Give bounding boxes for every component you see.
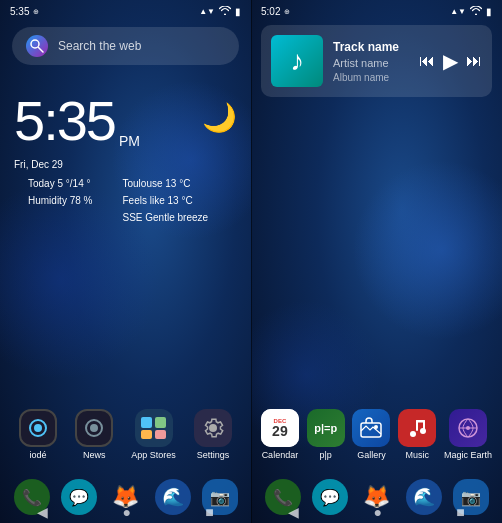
svg-point-5 [90, 424, 98, 432]
weather-wind: SSE Gentle breeze [122, 210, 208, 225]
music-artist-name: Artist name [333, 56, 409, 71]
nav-bar-right: ◀ ● ■ [251, 503, 502, 523]
signal-icon-left: ▲▼ [199, 7, 215, 16]
calendar-label: Calendar [262, 450, 299, 460]
clock-time-left: 5:35 [14, 93, 115, 149]
svg-rect-6 [141, 417, 152, 428]
appstores-icon [135, 409, 173, 447]
screen-divider [251, 0, 252, 523]
music-album-name: Album name [333, 72, 409, 83]
svg-point-11 [374, 425, 378, 429]
music-label: Music [405, 450, 429, 460]
music-info: Track name Artist name Album name [333, 39, 409, 82]
wifi-icon-left [219, 6, 231, 17]
music-play-button[interactable]: ▶ [443, 49, 458, 73]
music-card[interactable]: ♪ Track name Artist name Album name ⏮ ▶ … [261, 25, 492, 97]
svg-rect-9 [155, 430, 166, 439]
status-time-right: 5:02 ⊕ [261, 6, 290, 17]
gallery-icon [352, 409, 390, 447]
news-icon [75, 409, 113, 447]
music-track-name: Track name [333, 39, 409, 56]
music-note-icon: ♪ [290, 45, 304, 77]
appstores-label: App Stores [131, 450, 176, 460]
svg-point-12 [410, 431, 416, 437]
wifi-icon-right [470, 6, 482, 17]
app-iode[interactable]: iodé [19, 409, 57, 460]
weather-humidity: Humidity 78 % [28, 193, 92, 208]
status-bar-left: 5:35 ⊕ ▲▼ ▮ [0, 0, 251, 19]
status-time-left: 5:35 ⊕ [10, 6, 39, 17]
music-prev-button[interactable]: ⏮ [419, 52, 435, 70]
nav-recent-left[interactable]: ■ [205, 504, 213, 520]
clock-section: 5:35 PM 🌙 [0, 73, 251, 157]
date-left: Fri, Dec 29 [14, 157, 237, 172]
battery-icon-right: ▮ [486, 6, 492, 17]
left-screen: 5:35 ⊕ ▲▼ ▮ Search the web 5:35 PM 🌙 Fri… [0, 0, 251, 523]
app-magic-earth[interactable]: Magic Earth [444, 409, 492, 460]
nav-home-left[interactable]: ● [123, 504, 131, 520]
music-next-button[interactable]: ⏭ [466, 52, 482, 70]
music-controls: ⏮ ▶ ⏭ [419, 49, 482, 73]
weather-section: Today 5 °/14 ° Humidity 78 % Toulouse 13… [14, 172, 237, 229]
app-settings[interactable]: Settings [194, 409, 232, 460]
search-placeholder: Search the web [58, 39, 141, 53]
svg-rect-7 [155, 417, 166, 428]
svg-rect-16 [416, 420, 425, 423]
music-thumbnail: ♪ [271, 35, 323, 87]
pip-text: p|=p [314, 422, 337, 434]
time-left: 5:35 [10, 6, 29, 17]
cal-day: 29 [272, 424, 288, 438]
app-dock-left: iodé News App Stores [0, 401, 251, 468]
nav-back-right[interactable]: ◀ [288, 504, 299, 520]
music-app-icon [398, 409, 436, 447]
svg-point-18 [466, 426, 470, 430]
date-weather: Fri, Dec 29 Today 5 °/14 ° Humidity 78 %… [0, 157, 251, 237]
search-bar[interactable]: Search the web [12, 27, 239, 65]
svg-point-0 [31, 40, 39, 48]
app-news[interactable]: News [75, 409, 113, 460]
calendar-icon: DEC 29 [261, 409, 299, 447]
right-screen: 5:02 ⊕ ▲▼ ▮ ♪ Track name Artist name Alb… [251, 0, 502, 523]
nav-recent-right[interactable]: ■ [456, 504, 464, 520]
signal-icon-right: ▲▼ [450, 7, 466, 16]
magic-earth-label: Magic Earth [444, 450, 492, 460]
status-dot-right: ⊕ [284, 8, 290, 16]
svg-line-1 [39, 48, 44, 53]
app-stores[interactable]: App Stores [131, 409, 176, 460]
magic-earth-icon [449, 409, 487, 447]
iode-label: iodé [30, 450, 47, 460]
status-icons-right: ▲▼ ▮ [450, 6, 492, 17]
clock-ampm-left: PM [119, 133, 140, 149]
moon-icon: 🌙 [202, 101, 237, 134]
weather-location: Toulouse 13 °C [122, 176, 208, 191]
search-brand-icon [26, 35, 48, 57]
svg-point-3 [34, 424, 42, 432]
svg-rect-8 [141, 430, 152, 439]
nav-bar-left: ◀ ● ■ [0, 503, 251, 523]
app-pip[interactable]: p|=p p|p [307, 409, 345, 460]
nav-back-left[interactable]: ◀ [37, 504, 48, 520]
nav-home-right[interactable]: ● [374, 504, 382, 520]
app-music[interactable]: Music [398, 409, 436, 460]
iode-icon [19, 409, 57, 447]
status-bar-right: 5:02 ⊕ ▲▼ ▮ [251, 0, 502, 19]
status-dot: ⊕ [33, 8, 39, 16]
weather-today: Today 5 °/14 ° [28, 176, 92, 191]
settings-icon [194, 409, 232, 447]
pip-label: p|p [319, 450, 331, 460]
settings-label: Settings [197, 450, 230, 460]
news-label: News [83, 450, 106, 460]
battery-icon-left: ▮ [235, 6, 241, 17]
gallery-label: Gallery [357, 450, 386, 460]
app-calendar[interactable]: DEC 29 Calendar [261, 409, 299, 460]
status-icons-left: ▲▼ ▮ [199, 6, 241, 17]
app-dock-right: DEC 29 Calendar p|=p p|p Gallery Musi [251, 401, 502, 468]
pip-icon: p|=p [307, 409, 345, 447]
svg-rect-10 [361, 423, 381, 437]
time-right: 5:02 [261, 6, 280, 17]
app-gallery[interactable]: Gallery [352, 409, 390, 460]
weather-feels: Feels like 13 °C [122, 193, 208, 208]
